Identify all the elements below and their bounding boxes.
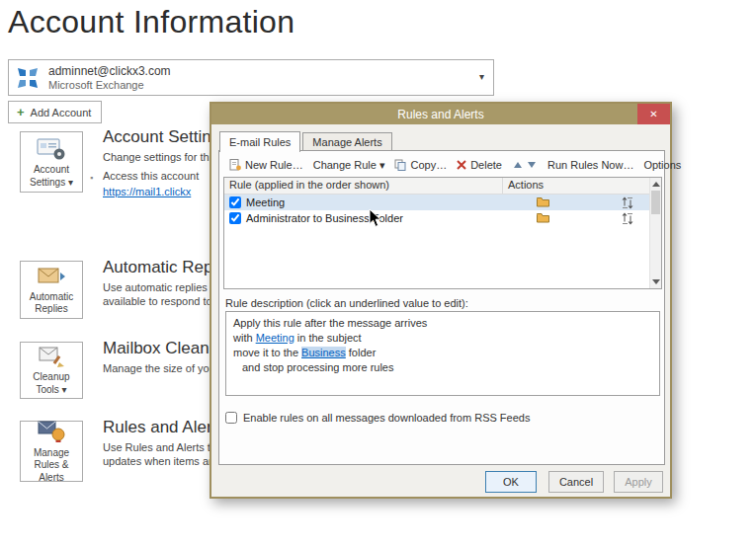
options-label: Options <box>643 159 681 171</box>
rule-checkbox[interactable] <box>229 196 241 208</box>
manage-rules-button-label: Manage Rules & Alerts <box>23 447 80 485</box>
section-text: Use automatic replies to <box>103 281 219 293</box>
move-up-icon[interactable] <box>514 162 522 168</box>
account-text: adminnet@clickx3.com Microsoft Exchange <box>48 64 171 91</box>
page-title: Account Information <box>8 4 294 40</box>
description-text: move it to the <box>233 347 301 358</box>
move-down-icon[interactable] <box>528 162 536 168</box>
rule-description-label: Rule description (click an underlined va… <box>225 297 468 309</box>
close-icon[interactable]: ✕ <box>637 104 670 124</box>
section-text: updates when items are <box>103 455 218 467</box>
description-line: and stop processing more rules <box>233 360 652 375</box>
dialog-titlebar[interactable]: Rules and Alerts ✕ <box>211 104 670 124</box>
scrollbar[interactable] <box>649 178 661 288</box>
description-text: Apply this rule after the message arrive… <box>233 317 427 329</box>
cancel-button[interactable]: Cancel <box>548 471 604 493</box>
rule-order-icon <box>622 196 633 209</box>
description-line: with Meeting in the subject <box>233 331 652 346</box>
rss-label: Enable rules on all messages downloaded … <box>243 412 530 424</box>
apply-button[interactable]: Apply <box>614 471 663 493</box>
rules-list: Rule (applied in the order shown) Action… <box>223 177 662 289</box>
change-rule-button[interactable]: Change Rule ▾ <box>308 157 390 174</box>
new-rule-button[interactable]: New Rule… <box>224 157 308 173</box>
account-settings-icon <box>37 135 66 161</box>
account-email: adminnet@clickx3.com <box>48 64 171 78</box>
ok-button[interactable]: OK <box>485 471 537 493</box>
rule-order-icon <box>622 212 633 225</box>
dialog-title: Rules and Alerts <box>397 108 483 121</box>
table-row[interactable]: Meeting <box>224 195 661 210</box>
automatic-replies-icon <box>37 265 66 288</box>
automatic-replies-button[interactable]: Automatic Replies <box>20 261 83 319</box>
rule-name: Meeting <box>246 196 285 208</box>
rss-checkbox[interactable] <box>225 412 237 424</box>
copy-icon <box>394 159 406 171</box>
section-text: Change settings for this <box>103 151 217 163</box>
bullet-icon: ▪ <box>90 173 93 183</box>
dialog-tabs: E-mail Rules Manage Alerts <box>219 131 392 151</box>
section-text: Access this account <box>103 170 199 182</box>
column-header-rule[interactable]: Rule (applied in the order shown) <box>224 178 503 194</box>
manage-rules-button[interactable]: Manage Rules & Alerts <box>20 421 83 482</box>
cleanup-tools-icon <box>38 345 65 368</box>
rule-checkbox[interactable] <box>229 212 241 224</box>
copy-label: Copy… <box>410 159 447 171</box>
manage-rules-icon <box>38 419 65 444</box>
new-rule-label: New Rule… <box>245 159 303 171</box>
add-account-button[interactable]: + Add Account <box>8 101 102 123</box>
section-heading-rules-alerts: Rules and Alerts <box>103 418 225 437</box>
run-rules-now-label: Run Rules Now… <box>547 159 633 171</box>
copy-button[interactable]: Copy… <box>389 157 452 173</box>
account-settings-button[interactable]: Account Settings ▾ <box>20 131 83 193</box>
description-text: and stop processing more rules <box>242 361 393 373</box>
options-button[interactable]: Options <box>638 157 686 173</box>
email-rules-tab-page: New Rule… Change Rule ▾ Copy… <box>218 150 665 465</box>
plus-icon: + <box>17 106 25 118</box>
exchange-icon <box>15 65 41 91</box>
delete-button[interactable]: Delete <box>452 157 507 173</box>
scroll-down-icon[interactable] <box>652 279 660 284</box>
add-account-label: Add Account <box>31 107 92 118</box>
section-text: Manage the size of your <box>103 362 218 374</box>
rss-option-row: Enable rules on all messages downloaded … <box>225 412 530 424</box>
section-text: Use Rules and Alerts to <box>103 441 216 453</box>
description-line: move it to the Business folder <box>233 346 652 360</box>
account-settings-button-label: Account Settings ▾ <box>23 164 80 189</box>
rules-and-alerts-dialog: Rules and Alerts ✕ E-mail Rules Manage A… <box>210 102 672 499</box>
description-line: Apply this rule after the message arrive… <box>233 316 652 331</box>
run-rules-now-button[interactable]: Run Rules Now… <box>543 157 638 173</box>
column-header-actions[interactable]: Actions <box>503 178 661 194</box>
rules-toolbar: New Rule… Change Rule ▾ Copy… <box>221 153 662 177</box>
automatic-replies-button-label: Automatic Replies <box>23 291 80 316</box>
rules-list-header: Rule (applied in the order shown) Action… <box>224 178 661 195</box>
mouse-cursor-icon <box>369 208 382 228</box>
cleanup-tools-button[interactable]: Cleanup Tools ▾ <box>20 342 83 399</box>
move-to-folder-icon <box>537 196 549 207</box>
scrollbar-thumb[interactable] <box>651 191 660 214</box>
meeting-value-link[interactable]: Meeting <box>256 332 294 344</box>
cleanup-tools-button-label: Cleanup Tools ▾ <box>23 371 80 396</box>
account-selector[interactable]: adminnet@clickx3.com Microsoft Exchange … <box>8 59 494 96</box>
outlook-backstage: Account Information adminnet@clickx3.com… <box>0 0 756 548</box>
delete-label: Delete <box>470 159 502 171</box>
rule-description-box: Apply this rule after the message arrive… <box>225 311 660 396</box>
tab-email-rules[interactable]: E-mail Rules <box>219 131 300 152</box>
table-row[interactable]: Administrator to Business Folder <box>224 210 661 226</box>
scroll-up-icon[interactable] <box>652 182 660 187</box>
chevron-down-icon[interactable]: ▾ <box>479 71 484 82</box>
business-folder-link[interactable]: Business <box>301 347 346 358</box>
description-text: with <box>233 332 256 344</box>
description-text: in the subject <box>294 332 362 344</box>
move-to-folder-icon <box>537 212 549 223</box>
description-text: folder <box>346 347 377 358</box>
tab-manage-alerts[interactable]: Manage Alerts <box>302 132 391 151</box>
mail-server-link[interactable]: https://mail1.clickx <box>103 186 191 197</box>
account-type: Microsoft Exchange <box>48 79 171 91</box>
section-text: available to respond to <box>103 295 212 307</box>
delete-icon <box>457 160 466 170</box>
change-rule-label: Change Rule ▾ <box>313 159 385 172</box>
new-rule-icon <box>229 159 241 171</box>
